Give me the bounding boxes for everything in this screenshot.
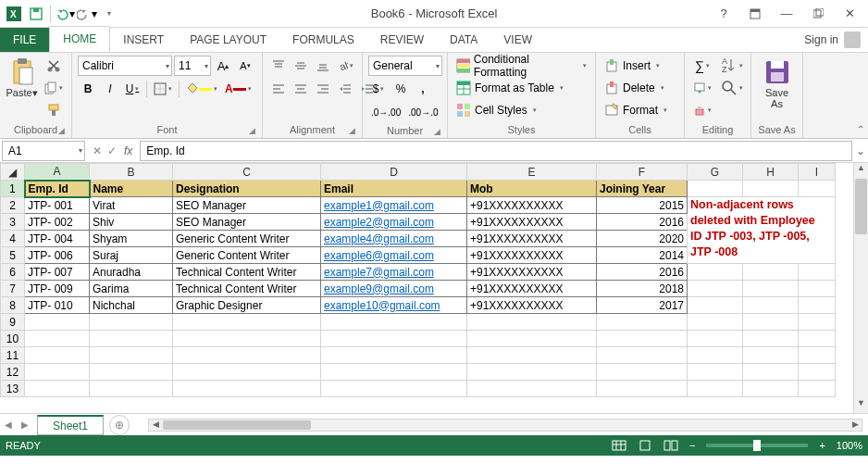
cell[interactable]: [799, 281, 836, 297]
expand-formula-bar-icon[interactable]: ⌄: [851, 141, 868, 161]
zoom-out-icon[interactable]: −: [684, 440, 701, 451]
cell[interactable]: [799, 297, 836, 314]
cell[interactable]: [467, 364, 597, 381]
comma-format-icon[interactable]: ,: [413, 79, 433, 99]
cell[interactable]: [688, 381, 743, 397]
email-link[interactable]: example7@gmail.com: [324, 266, 434, 279]
redo-icon[interactable]: ▾: [77, 4, 97, 24]
decrease-font-icon[interactable]: A▾: [235, 56, 255, 76]
cell[interactable]: [688, 347, 743, 364]
cell[interactable]: 2016: [597, 264, 688, 281]
row-header[interactable]: 5: [1, 247, 25, 264]
row-header[interactable]: 11: [1, 347, 25, 364]
align-middle-icon[interactable]: [291, 56, 311, 76]
column-header[interactable]: E: [467, 164, 597, 181]
cell[interactable]: [597, 347, 688, 364]
cell[interactable]: [743, 281, 799, 297]
cell[interactable]: [90, 347, 173, 364]
cell[interactable]: [688, 331, 743, 347]
email-link[interactable]: example1@gmail.com: [324, 199, 434, 212]
sheet-nav-prev-icon[interactable]: ◀: [0, 420, 17, 430]
cell[interactable]: Designation: [173, 181, 321, 197]
clear-icon[interactable]: ▾: [690, 100, 714, 120]
cell[interactable]: Name: [90, 181, 173, 197]
zoom-in-icon[interactable]: +: [813, 440, 830, 451]
cell[interactable]: Shyam: [90, 231, 173, 247]
column-header[interactable]: F: [597, 164, 688, 181]
cell[interactable]: [597, 331, 688, 347]
bold-button[interactable]: B: [78, 79, 98, 99]
worksheet-grid[interactable]: ◢ABCDEFGHI1Emp. IdNameDesignationEmailMo…: [0, 163, 836, 397]
cell[interactable]: [799, 347, 836, 364]
cell[interactable]: 2015: [597, 197, 688, 214]
enter-formula-icon[interactable]: ✓: [107, 144, 117, 157]
email-link[interactable]: example9@gmail.com: [324, 282, 434, 295]
cell[interactable]: [743, 264, 799, 281]
select-all-corner[interactable]: ◢: [1, 164, 25, 181]
cell[interactable]: 2020: [597, 231, 688, 247]
cell[interactable]: [25, 364, 90, 381]
close-button[interactable]: ✕: [837, 4, 862, 24]
font-launcher-icon[interactable]: ◢: [246, 124, 257, 135]
row-header[interactable]: 1: [1, 181, 25, 197]
cell[interactable]: [688, 314, 743, 331]
paste-button[interactable]: Paste▾: [6, 56, 38, 121]
cell[interactable]: Generic Content Writer: [173, 247, 321, 264]
cell[interactable]: [799, 364, 836, 381]
cell[interactable]: Generic Content Writer: [173, 231, 321, 247]
view-normal-icon[interactable]: [606, 440, 632, 451]
sort-filter-icon[interactable]: AZ▾: [718, 56, 746, 76]
cell[interactable]: [321, 314, 467, 331]
cell[interactable]: [597, 381, 688, 397]
cell[interactable]: [173, 364, 321, 381]
cell[interactable]: Graphic Designer: [173, 297, 321, 314]
underline-button[interactable]: U▾: [122, 79, 143, 99]
undo-icon[interactable]: ▾: [55, 4, 75, 24]
cell[interactable]: JTP- 002: [25, 214, 90, 231]
cell[interactable]: [25, 381, 90, 397]
cell[interactable]: Virat: [90, 197, 173, 214]
cell[interactable]: SEO Manager: [173, 197, 321, 214]
cell[interactable]: example4@gmail.com: [321, 231, 467, 247]
horizontal-scrollbar[interactable]: ◀▶: [148, 419, 862, 432]
sign-in[interactable]: Sign in: [804, 31, 861, 48]
excel-app-icon[interactable]: X: [4, 4, 24, 24]
cell[interactable]: [688, 181, 743, 197]
cell[interactable]: [799, 181, 836, 197]
cell[interactable]: [25, 347, 90, 364]
cell[interactable]: +91XXXXXXXXXX: [467, 231, 597, 247]
cell[interactable]: Shiv: [90, 214, 173, 231]
qat-customize-icon[interactable]: ▾: [99, 4, 119, 24]
column-header[interactable]: C: [173, 164, 321, 181]
cell[interactable]: [688, 364, 743, 381]
cell[interactable]: +91XXXXXXXXXX: [467, 281, 597, 297]
tab-view[interactable]: VIEW: [490, 28, 545, 52]
cell[interactable]: 2016: [597, 214, 688, 231]
cell[interactable]: example7@gmail.com: [321, 264, 467, 281]
borders-icon[interactable]: ▾: [151, 79, 175, 99]
cell[interactable]: [799, 314, 836, 331]
cell[interactable]: JTP- 010: [25, 297, 90, 314]
cell[interactable]: [743, 347, 799, 364]
row-header[interactable]: 4: [1, 231, 25, 247]
name-box[interactable]: A1▾: [2, 141, 85, 161]
cell[interactable]: [467, 347, 597, 364]
cell[interactable]: JTP- 004: [25, 231, 90, 247]
view-page-layout-icon[interactable]: [632, 440, 658, 451]
format-as-table-button[interactable]: Format as Table▾: [453, 78, 589, 98]
cell[interactable]: [173, 347, 321, 364]
cell[interactable]: [688, 297, 743, 314]
save-icon[interactable]: [26, 4, 46, 24]
increase-font-icon[interactable]: A▴: [213, 56, 233, 76]
formula-bar[interactable]: Emp. Id: [140, 141, 851, 161]
fx-icon[interactable]: fx: [124, 144, 140, 157]
row-header[interactable]: 13: [1, 381, 25, 397]
cell[interactable]: [321, 381, 467, 397]
cell[interactable]: [688, 281, 743, 297]
cell[interactable]: +91XXXXXXXXXX: [467, 247, 597, 264]
cell[interactable]: +91XXXXXXXXXX: [467, 297, 597, 314]
tab-page-layout[interactable]: PAGE LAYOUT: [177, 28, 279, 52]
cell[interactable]: [90, 364, 173, 381]
cell[interactable]: Emp. Id: [25, 181, 90, 197]
row-header[interactable]: 7: [1, 281, 25, 297]
